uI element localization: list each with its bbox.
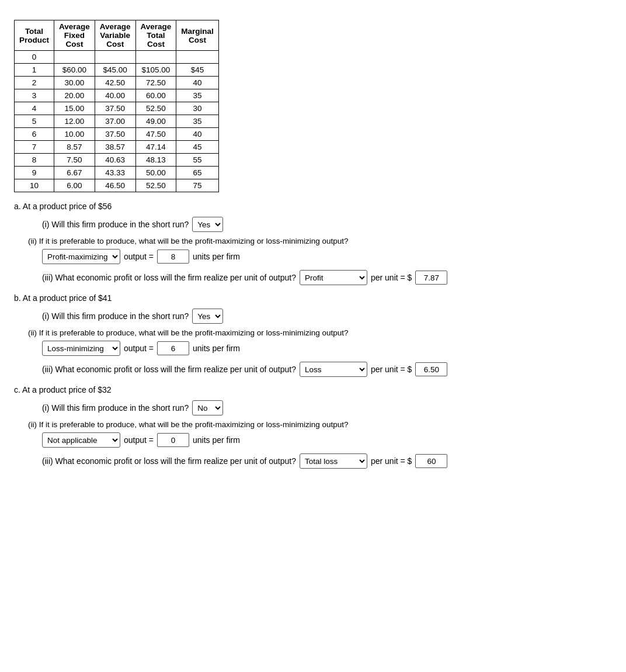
q3-value-input-b[interactable] <box>415 362 447 376</box>
q2-output-input-b[interactable] <box>157 341 189 355</box>
q1-select-a[interactable]: YesNo <box>192 217 223 232</box>
table-cell: 12.00 <box>54 115 95 128</box>
q1-select-c[interactable]: YesNo <box>192 400 223 415</box>
q2-type-select-c[interactable]: Profit-maximizingLoss-minimizingNot appl… <box>42 432 120 448</box>
q1-label-b: (i) Will this firm produce in the short … <box>42 311 189 321</box>
q2-a: (ii) If it is preferable to produce, wha… <box>14 237 612 264</box>
q1-row-a: (i) Will this firm produce in the short … <box>42 217 612 232</box>
q2-type-select-a[interactable]: Profit-maximizingLoss-minimizingNot appl… <box>42 249 120 264</box>
table-cell: 38.57 <box>95 141 135 154</box>
q2-type-select-b[interactable]: Profit-maximizingLoss-minimizingNot appl… <box>42 341 120 356</box>
q3-per-unit-label-b: per unit = $ <box>371 365 412 374</box>
table-cell: 6 <box>15 128 54 141</box>
table-cell: 35 <box>176 89 219 102</box>
table-cell: 8 <box>15 154 54 167</box>
table-cell: 6.00 <box>54 179 95 192</box>
table-cell: 40.63 <box>95 154 135 167</box>
col-header-avc: AverageVariableCost <box>95 20 135 51</box>
q1-select-b[interactable]: YesNo <box>192 309 223 324</box>
table-cell: 3 <box>15 89 54 102</box>
q2-output-label-a: output = <box>124 252 154 261</box>
table-cell: 37.50 <box>95 128 135 141</box>
table-cell: 2 <box>15 77 54 89</box>
table-cell: 10.00 <box>54 128 95 141</box>
q2-output-label-b: output = <box>124 344 154 353</box>
table-cell: 6.67 <box>54 167 95 179</box>
table-cell: 20.00 <box>54 89 95 102</box>
table-cell: 49.00 <box>135 115 176 128</box>
q2-output-label-c: output = <box>124 435 154 445</box>
table-cell: 72.50 <box>135 77 176 89</box>
table-cell: 9 <box>15 167 54 179</box>
table-cell: 65 <box>176 167 219 179</box>
q2-row-a: Profit-maximizingLoss-minimizingNot appl… <box>42 249 612 264</box>
q3-row-a: (iii) What economic profit or loss will … <box>42 270 612 285</box>
table-cell: 5 <box>15 115 54 128</box>
table-cell: 42.50 <box>95 77 135 89</box>
q2-units-label-b: units per firm <box>193 344 240 353</box>
q3-type-select-b[interactable]: ProfitLossTotal lossNot applicable <box>300 362 367 377</box>
q2-text-b: (ii) If it is preferable to produce, wha… <box>28 328 612 337</box>
table-cell: 50.00 <box>135 167 176 179</box>
table-cell: 43.33 <box>95 167 135 179</box>
q3-type-select-c[interactable]: ProfitLossTotal lossNot applicable <box>300 453 367 469</box>
table-cell: 10 <box>15 179 54 192</box>
table-cell: 52.50 <box>135 179 176 192</box>
q1-row-b: (i) Will this firm produce in the short … <box>42 309 612 324</box>
q2-output-input-a[interactable] <box>157 250 189 264</box>
table-cell: 0 <box>15 51 54 64</box>
table-cell: 40 <box>176 77 219 89</box>
q2-output-input-c[interactable] <box>157 433 189 447</box>
q3-value-input-a[interactable] <box>415 271 447 285</box>
table-cell: $45 <box>176 64 219 77</box>
q2-b: (ii) If it is preferable to produce, wha… <box>14 328 612 356</box>
q3-per-unit-label-a: per unit = $ <box>371 273 412 282</box>
table-cell: 4 <box>15 102 54 115</box>
q3-value-input-c[interactable] <box>415 454 447 468</box>
section-header-b: b. At a product price of $41 <box>14 293 612 303</box>
section-header-c: c. At a product price of $32 <box>14 385 612 394</box>
table-cell <box>176 51 219 64</box>
q3-type-select-a[interactable]: ProfitLossTotal lossNot applicable <box>300 270 367 285</box>
table-cell: 8.57 <box>54 141 95 154</box>
q3-label-a: (iii) What economic profit or loss will … <box>42 273 296 282</box>
table-cell: 35 <box>176 115 219 128</box>
table-cell: 7.50 <box>54 154 95 167</box>
section-header-a: a. At a product price of $56 <box>14 202 612 211</box>
table-cell: 1 <box>15 64 54 77</box>
q2-units-label-a: units per firm <box>193 252 240 261</box>
table-cell: 30 <box>176 102 219 115</box>
q3-per-unit-label-c: per unit = $ <box>371 456 412 466</box>
table-cell: 47.14 <box>135 141 176 154</box>
q2-text-a: (ii) If it is preferable to produce, wha… <box>28 237 612 245</box>
q3-b: (iii) What economic profit or loss will … <box>28 362 612 377</box>
q3-c: (iii) What economic profit or loss will … <box>28 453 612 469</box>
table-cell <box>95 51 135 64</box>
q3-a: (iii) What economic profit or loss will … <box>28 270 612 285</box>
table-cell: 46.50 <box>95 179 135 192</box>
table-cell: 40 <box>176 128 219 141</box>
q2-row-b: Profit-maximizingLoss-minimizingNot appl… <box>42 341 612 356</box>
table-cell <box>54 51 95 64</box>
q1-b: (i) Will this firm produce in the short … <box>28 309 612 324</box>
q1-a: (i) Will this firm produce in the short … <box>28 217 612 232</box>
table-cell: 15.00 <box>54 102 95 115</box>
table-cell: 40.00 <box>95 89 135 102</box>
q1-row-c: (i) Will this firm produce in the short … <box>42 400 612 415</box>
table-cell: 52.50 <box>135 102 176 115</box>
q2-row-c: Profit-maximizingLoss-minimizingNot appl… <box>42 432 612 448</box>
table-cell <box>135 51 176 64</box>
q3-label-c: (iii) What economic profit or loss will … <box>42 456 296 466</box>
cost-table: TotalProduct AverageFixedCost AverageVar… <box>14 20 219 192</box>
col-header-product: TotalProduct <box>15 20 54 51</box>
table-cell: 37.50 <box>95 102 135 115</box>
q3-row-b: (iii) What economic profit or loss will … <box>42 362 612 377</box>
q2-text-c: (ii) If it is preferable to produce, wha… <box>28 420 612 429</box>
section-c: c. At a product price of $32(i) Will thi… <box>14 385 612 469</box>
section-b: b. At a product price of $41(i) Will thi… <box>14 293 612 377</box>
q3-row-c: (iii) What economic profit or loss will … <box>42 453 612 469</box>
table-cell: 37.00 <box>95 115 135 128</box>
table-cell: 55 <box>176 154 219 167</box>
table-cell: 60.00 <box>135 89 176 102</box>
col-header-atc: AverageTotalCost <box>135 20 176 51</box>
